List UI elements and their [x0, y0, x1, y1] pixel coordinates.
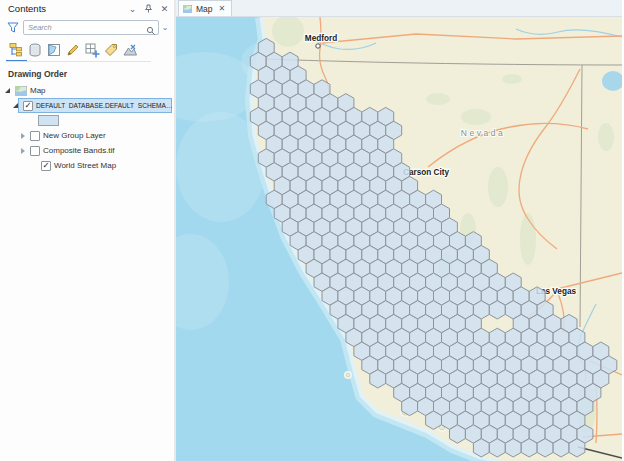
list-by-data-source-icon[interactable] [25, 41, 44, 60]
raster-label: Composite Bands.tif [43, 146, 115, 155]
vegetation-patch [461, 109, 491, 125]
hex-layer-checkbox[interactable]: ✓ [23, 101, 33, 111]
basemap-label: World Street Map [54, 161, 116, 170]
list-by-charts-icon[interactable] [120, 41, 139, 60]
tree-row-hex-layer[interactable]: ✓ DEFAULT_DATABASE.DEFAULT_SCHEMA.CALIF.… [0, 98, 175, 113]
hexagon-cell[interactable] [489, 301, 505, 319]
hexagon-cell[interactable] [489, 439, 505, 457]
contents-title: Contents [8, 3, 123, 14]
list-by-editing-icon[interactable] [63, 41, 82, 60]
map-node-label: Map [30, 86, 46, 95]
tab-close-icon[interactable]: ✕ [219, 4, 226, 13]
tree-row-basemap[interactable]: ✓ World Street Map [0, 158, 175, 173]
tree-row-group-layer[interactable]: New Group Layer [0, 128, 175, 143]
hex-legend-swatch[interactable] [38, 115, 59, 126]
tree-row-map[interactable]: Map [0, 83, 175, 98]
hexagon-cell[interactable] [569, 439, 585, 457]
view-tab-bar: Map ✕ [176, 0, 622, 17]
expand-arrow-icon[interactable] [11, 101, 20, 110]
vegetation-patch [598, 123, 614, 151]
hexagon-cell[interactable] [521, 439, 537, 457]
map-label-medford: Medford [305, 34, 337, 43]
map-tab-icon [183, 5, 192, 13]
vegetation-patch [520, 213, 536, 265]
vegetation-patch [502, 74, 522, 84]
map-tab[interactable]: Map ✕ [178, 0, 232, 16]
pin-icon[interactable] [142, 2, 155, 15]
hexagon-cell[interactable] [450, 425, 466, 443]
hexagon-cell[interactable] [505, 439, 521, 457]
close-icon[interactable]: ✕ [158, 2, 171, 15]
vegetation-patch [426, 93, 450, 105]
tree-row-raster[interactable]: Composite Bands.tif [0, 143, 175, 158]
search-box [23, 20, 159, 35]
chevron-down-icon[interactable]: ⌄ [126, 2, 139, 15]
drawing-order-label: Drawing Order [0, 61, 175, 83]
filter-icon[interactable] [6, 20, 20, 34]
search-row: ⌄ [0, 18, 175, 36]
expand-arrow-icon[interactable] [3, 86, 12, 95]
basemap-checkbox[interactable]: ✓ [41, 161, 51, 171]
hexagon-cell[interactable] [537, 439, 553, 457]
group-layer-checkbox[interactable] [30, 131, 40, 141]
medford-marker [316, 44, 320, 48]
list-by-snapping-icon[interactable] [82, 41, 101, 60]
contents-toolbar [0, 39, 175, 61]
layers-tree: Map ✓ DEFAULT_DATABASE.DEFAULT_SCHEMA.CA… [0, 83, 175, 173]
hexagon-cell[interactable] [426, 411, 442, 429]
contents-panel: Contents ⌄ ✕ ⌄ [0, 0, 176, 461]
collapsed-arrow-icon[interactable] [18, 146, 27, 155]
hex-layer-label: DEFAULT_DATABASE.DEFAULT_SCHEMA.CALIF... [36, 102, 174, 109]
map-label-nevada: Nevada [461, 128, 505, 138]
tree-row-legend-swatch[interactable] [0, 113, 175, 128]
map-tab-label: Map [196, 4, 213, 14]
map-canvas[interactable]: MedfordNevadaCarson CityLas Vegas [176, 17, 622, 461]
search-icon[interactable] [146, 22, 156, 32]
raster-checkbox[interactable] [30, 146, 40, 156]
hexagon-cell[interactable] [402, 397, 418, 415]
hexagon-cell[interactable] [370, 370, 386, 388]
hexagon-cell[interactable] [553, 439, 569, 457]
group-layer-label: New Group Layer [43, 131, 106, 140]
search-history-chevron-icon[interactable]: ⌄ [159, 23, 171, 32]
list-by-selection-icon[interactable] [44, 41, 63, 60]
list-by-labeling-icon[interactable] [101, 41, 120, 60]
contents-header: Contents ⌄ ✕ [0, 0, 175, 17]
collapsed-arrow-icon[interactable] [18, 131, 27, 140]
list-by-drawing-order-icon[interactable] [6, 41, 25, 60]
pane-divider[interactable] [174, 0, 176, 461]
map-view-pane: Map ✕ MedfordNevadaCarson CityLas Vegas [176, 0, 622, 461]
map-thumbnail-icon [15, 86, 27, 96]
vegetation-patch [488, 167, 508, 207]
arcgis-window: Contents ⌄ ✕ ⌄ [0, 0, 624, 461]
hexagon-cell[interactable] [473, 439, 489, 457]
toolbar-separator [6, 61, 151, 62]
search-input[interactable] [28, 23, 146, 32]
